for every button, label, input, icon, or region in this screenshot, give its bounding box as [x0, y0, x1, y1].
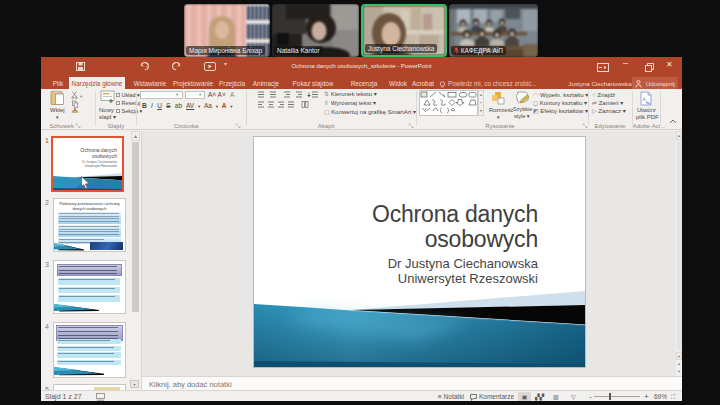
svg-text:▾: ▾	[80, 94, 83, 99]
